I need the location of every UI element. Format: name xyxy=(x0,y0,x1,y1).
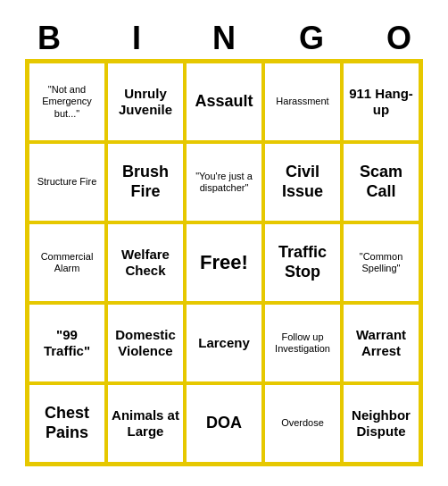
bingo-cell-r3-c0[interactable]: "99 Traffic" xyxy=(28,303,106,383)
bingo-cell-r0-c3[interactable]: Harassment xyxy=(263,62,342,142)
bingo-cell-r4-c2[interactable]: DOA xyxy=(185,383,263,464)
bingo-cell-r4-c1[interactable]: Animals at Large xyxy=(106,383,185,464)
bingo-cell-r3-c4[interactable]: Warrant Arrest xyxy=(342,303,420,383)
bingo-cell-r4-c0[interactable]: Chest Pains xyxy=(28,383,106,464)
bingo-cell-r2-c1[interactable]: Welfare Check xyxy=(106,222,185,303)
bingo-letter-o: O xyxy=(360,20,438,57)
bingo-cell-r3-c1[interactable]: Domestic Violence xyxy=(106,303,185,383)
bingo-grid: "Not and Emergency but..."Unruly Juvenil… xyxy=(25,59,423,466)
bingo-cell-r2-c3[interactable]: Traffic Stop xyxy=(263,222,342,303)
bingo-cell-r0-c0[interactable]: "Not and Emergency but..." xyxy=(28,62,106,142)
bingo-cell-r0-c2[interactable]: Assault xyxy=(185,62,263,142)
bingo-cell-r2-c4[interactable]: "Common Spelling" xyxy=(342,222,420,303)
bingo-cell-r0-c1[interactable]: Unruly Juvenile xyxy=(106,62,185,142)
bingo-letter-i: I xyxy=(97,20,176,57)
bingo-cell-r1-c4[interactable]: Scam Call xyxy=(342,142,420,222)
bingo-cell-r0-c4[interactable]: 911 Hang-up xyxy=(342,62,420,142)
bingo-cell-r3-c2[interactable]: Larceny xyxy=(185,303,263,383)
bingo-letter-b: B xyxy=(10,20,88,57)
bingo-cell-r1-c3[interactable]: Civil Issue xyxy=(263,142,342,222)
bingo-cell-r2-c0[interactable]: Commercial Alarm xyxy=(28,222,106,303)
bingo-container: BINGO "Not and Emergency but..."Unruly J… xyxy=(5,20,443,466)
bingo-cell-r3-c3[interactable]: Follow up Investigation xyxy=(263,303,342,383)
bingo-letter-g: G xyxy=(272,20,351,57)
bingo-cell-r4-c4[interactable]: Neighbor Dispute xyxy=(342,383,420,464)
bingo-letter-n: N xyxy=(185,20,263,57)
bingo-cell-r4-c3[interactable]: Overdose xyxy=(263,383,342,464)
bingo-cell-r1-c2[interactable]: "You're just a dispatcher" xyxy=(185,142,263,222)
bingo-cell-r2-c2[interactable]: Free! xyxy=(185,222,263,303)
bingo-cell-r1-c1[interactable]: Brush Fire xyxy=(106,142,185,222)
bingo-header: BINGO xyxy=(5,20,443,57)
bingo-cell-r1-c0[interactable]: Structure Fire xyxy=(28,142,106,222)
